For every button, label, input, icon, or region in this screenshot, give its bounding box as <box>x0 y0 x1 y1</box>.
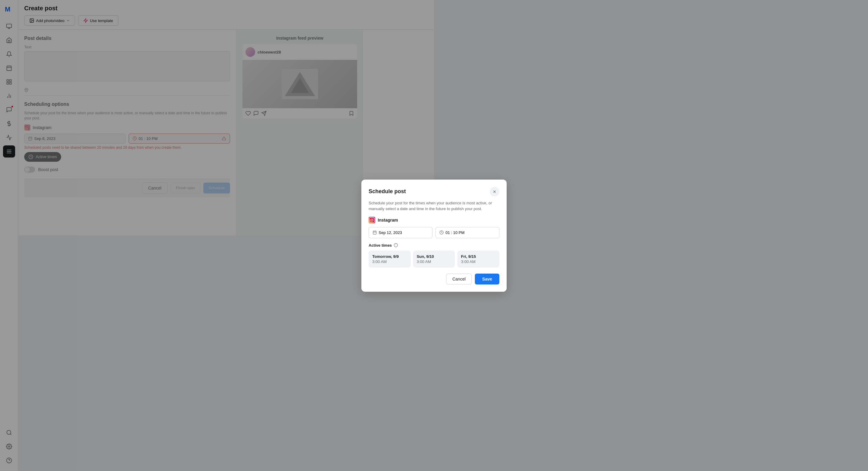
modal-header: Schedule post <box>369 187 434 197</box>
modal-platform-row: Instagram <box>369 217 434 224</box>
modal-date-field[interactable]: Sep 12, 2023 <box>369 227 433 236</box>
modal-platform-label: Instagram <box>378 218 398 223</box>
modal-instagram-icon <box>369 217 375 224</box>
modal-description: Schedule your post for the times when yo… <box>369 200 434 212</box>
modal-calendar-icon <box>373 230 377 235</box>
svg-rect-52 <box>373 231 376 234</box>
modal-title: Schedule post <box>369 188 406 195</box>
modal-date-value: Sep 12, 2023 <box>379 230 402 235</box>
svg-point-51 <box>373 218 374 219</box>
modal-date-time-row: Sep 12, 2023 01 : 10 PM <box>369 227 434 236</box>
modal-overlay[interactable]: Schedule post Schedule your post for the… <box>0 0 434 236</box>
schedule-modal: Schedule post Schedule your post for the… <box>361 179 434 236</box>
